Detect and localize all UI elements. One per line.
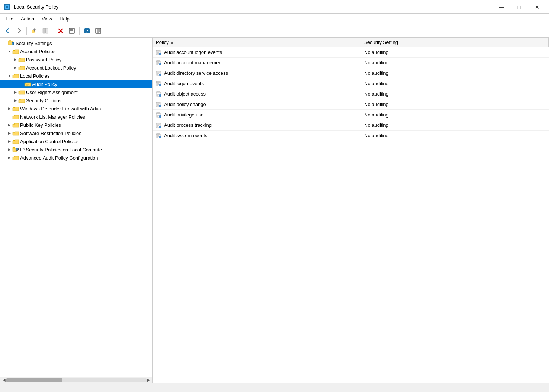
minimize-button[interactable]: — xyxy=(493,1,510,13)
tree-toggle-app-control[interactable]: ▶ xyxy=(6,138,12,144)
policy-name-process-track: Audit process tracking xyxy=(164,122,212,128)
svg-point-48 xyxy=(160,64,160,64)
list-row-object-access[interactable]: Audit object access No auditing xyxy=(153,89,549,99)
tree-label-network-list: Network List Manager Policies xyxy=(20,114,85,120)
tree-horizontal-scrollbar[interactable]: ◀ ▶ xyxy=(0,377,152,383)
list-row-dir-service[interactable]: Audit directory service access No auditi… xyxy=(153,68,549,78)
tree-item-account-lockout[interactable]: ▶ Account Lockout Policy xyxy=(0,64,152,72)
tree-item-app-control[interactable]: ▶ Application Control Policies xyxy=(0,137,152,145)
list-row-policy-change[interactable]: Audit policy change No auditing xyxy=(153,99,549,110)
svg-rect-50 xyxy=(156,71,160,72)
help-button[interactable]: ? xyxy=(82,26,92,36)
setting-value-system-events: No auditing xyxy=(364,133,389,138)
svg-rect-90 xyxy=(156,123,160,124)
uplevel-button[interactable] xyxy=(29,26,39,36)
tree-item-public-key[interactable]: ▶ Public Key Policies xyxy=(0,121,152,129)
cell-setting-privilege-use: No auditing xyxy=(361,112,549,118)
list-row-process-track[interactable]: Audit process tracking No auditing xyxy=(153,120,549,131)
menu-bar: File Action View Help xyxy=(0,14,549,24)
tree-item-firewall[interactable]: ▶ Windows Defender Firewall with Adva xyxy=(0,105,152,113)
menu-view[interactable]: View xyxy=(38,15,56,23)
policy-icon-object-access xyxy=(156,91,162,97)
close-button[interactable]: ✕ xyxy=(529,1,546,13)
tree-item-security-settings[interactable]: Security Settings xyxy=(0,39,152,47)
tree-toggle-lockout[interactable]: ▶ xyxy=(12,65,18,71)
tree-toggle-firewall[interactable]: ▶ xyxy=(6,106,12,112)
tree-label-password-policy: Password Policy xyxy=(26,57,61,62)
list-row-system-events[interactable]: Audit system events No auditing xyxy=(153,131,549,141)
policy-icon-privilege-use xyxy=(156,112,162,118)
column-header-policy[interactable]: Policy ▲ xyxy=(153,38,361,47)
svg-point-72 xyxy=(160,95,160,96)
tree-scroll-thumb[interactable] xyxy=(6,378,62,382)
maximize-button[interactable]: □ xyxy=(511,1,528,13)
policy-name-logon-events: Audit account logon events xyxy=(164,49,222,55)
list-row-privilege-use[interactable]: Audit privilege use No auditing xyxy=(153,110,549,120)
svg-rect-82 xyxy=(156,113,160,114)
column-header-setting[interactable]: Security Setting xyxy=(361,38,549,47)
list-row-logon[interactable]: Audit logon events No auditing xyxy=(153,78,549,89)
tree-toggle-password[interactable]: ▶ xyxy=(12,57,18,62)
tree-item-ip-security[interactable]: ▶ IP Security Policies on Local Compute xyxy=(0,145,152,154)
tree-item-network-list[interactable]: Network List Manager Policies xyxy=(0,113,152,121)
tree-item-audit-policy[interactable]: Audit Policy xyxy=(0,80,152,88)
tree-toggle-account-policies[interactable]: ▾ xyxy=(6,48,12,54)
menu-action[interactable]: Action xyxy=(17,15,38,23)
delete-button[interactable] xyxy=(55,26,66,36)
tree-toggle-public-key[interactable]: ▶ xyxy=(6,122,12,128)
properties-button[interactable] xyxy=(67,26,77,36)
svg-rect-58 xyxy=(156,81,160,83)
back-button[interactable] xyxy=(3,26,13,36)
menu-file[interactable]: File xyxy=(2,15,17,23)
ip-security-icon xyxy=(12,147,19,152)
cell-setting-account-mgmt: No auditing xyxy=(361,60,549,65)
svg-rect-70 xyxy=(159,94,161,97)
scroll-left-arrow[interactable]: ◀ xyxy=(2,378,6,382)
setting-value-logon: No auditing xyxy=(364,81,389,86)
cell-setting-dir-service: No auditing xyxy=(361,70,549,76)
tree-item-local-policies[interactable]: ▾ Local Policies xyxy=(0,72,152,80)
list-row-account-mgmt[interactable]: Audit account management No auditing xyxy=(153,58,549,68)
menu-help[interactable]: Help xyxy=(56,15,73,23)
tree-toggle-software[interactable]: ▶ xyxy=(6,130,12,136)
svg-rect-22 xyxy=(9,40,11,41)
tree-item-advanced-audit[interactable]: ▶ Advanced Audit Policy Configuration xyxy=(0,154,152,162)
policy-icon-logon xyxy=(156,81,162,87)
cell-setting-logon: No auditing xyxy=(361,81,549,86)
tree-scroll-track[interactable] xyxy=(6,378,147,382)
svg-point-96 xyxy=(160,126,160,127)
showhide-button[interactable] xyxy=(40,26,51,36)
window-title: Local Security Policy xyxy=(14,4,493,10)
tree-item-account-policies[interactable]: ▾ Account Policies xyxy=(0,47,152,55)
tree-label-ip-security: IP Security Policies on Local Compute xyxy=(20,147,102,152)
svg-rect-42 xyxy=(156,61,160,62)
tree-item-password-policy[interactable]: ▶ Password Policy xyxy=(0,55,152,64)
policy-name-account-mgmt: Audit account management xyxy=(164,60,223,65)
tree-label-security-settings: Security Settings xyxy=(16,41,52,46)
tree-panel: Security Settings ▾ Account Policies xyxy=(0,38,153,383)
tree-toggle-ip-security[interactable]: ▶ xyxy=(6,147,12,152)
svg-rect-29 xyxy=(13,147,15,148)
tree-toggle-local-policies[interactable]: ▾ xyxy=(6,73,12,79)
setting-value-logon-events: No auditing xyxy=(364,49,389,55)
tree-item-software-restriction[interactable]: ▶ Software Restriction Policies xyxy=(0,129,152,137)
tree-item-security-options[interactable]: ▶ Security Options xyxy=(0,96,152,105)
svg-rect-78 xyxy=(159,105,161,107)
local-policies-icon xyxy=(12,73,19,79)
tree-toggle-advanced-audit[interactable]: ▶ xyxy=(6,155,12,161)
tree-item-user-rights[interactable]: ▶ User Rights Assignment xyxy=(0,88,152,96)
cell-policy-process-track: Audit process tracking xyxy=(153,122,361,128)
list-row-logon-events[interactable]: Audit account logon events No auditing xyxy=(153,47,549,58)
forward-button[interactable] xyxy=(14,26,24,36)
tree-toggle-user-rights[interactable]: ▶ xyxy=(12,89,18,95)
policy-icon-system-events xyxy=(156,133,162,139)
scroll-right-arrow[interactable]: ▶ xyxy=(147,378,151,382)
tree-label-software-restriction: Software Restriction Policies xyxy=(20,131,81,136)
toolbar-separator-1 xyxy=(26,27,27,35)
tree-toggle-security-options[interactable]: ▶ xyxy=(12,97,18,103)
tree-label-app-control: Application Control Policies xyxy=(20,139,79,144)
setting-value-process-track: No auditing xyxy=(364,122,389,128)
export-button[interactable] xyxy=(93,26,103,36)
cell-policy-dir-service: Audit directory service access xyxy=(153,70,361,76)
password-policy-icon xyxy=(18,57,25,62)
